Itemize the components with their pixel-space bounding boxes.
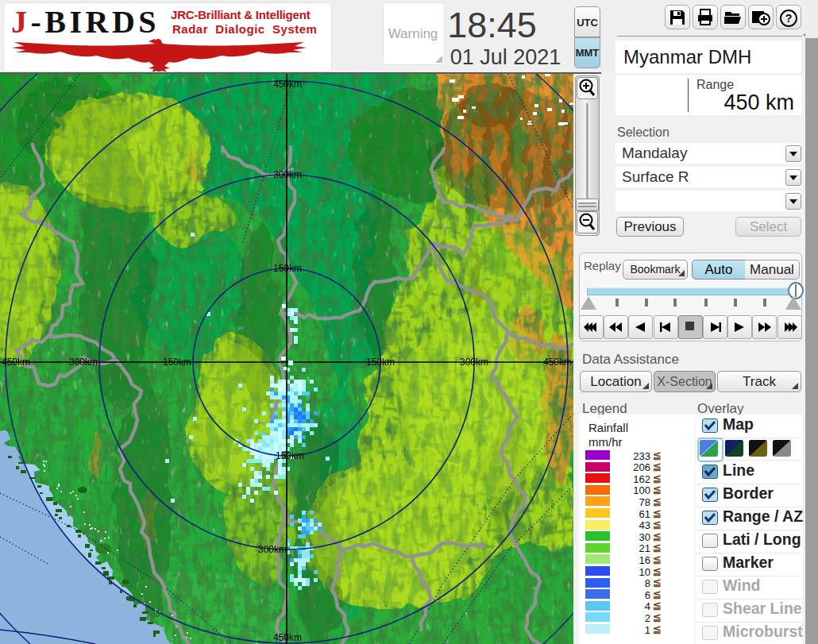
svg-text:150km: 150km xyxy=(276,450,304,461)
svg-text:450km: 450km xyxy=(2,357,30,368)
svg-text:450km: 450km xyxy=(273,632,302,643)
svg-text:300km: 300km xyxy=(258,544,287,555)
svg-text:150km: 150km xyxy=(366,357,395,368)
svg-text:450km: 450km xyxy=(273,79,302,90)
svg-text:?: ? xyxy=(785,12,793,25)
svg-text:450km: 450km xyxy=(543,357,572,368)
svg-text:300km: 300km xyxy=(273,169,302,180)
svg-text:300km: 300km xyxy=(69,357,98,368)
svg-text:150km: 150km xyxy=(273,263,302,274)
svg-text:150km: 150km xyxy=(163,357,191,368)
svg-text:300km: 300km xyxy=(460,357,488,368)
